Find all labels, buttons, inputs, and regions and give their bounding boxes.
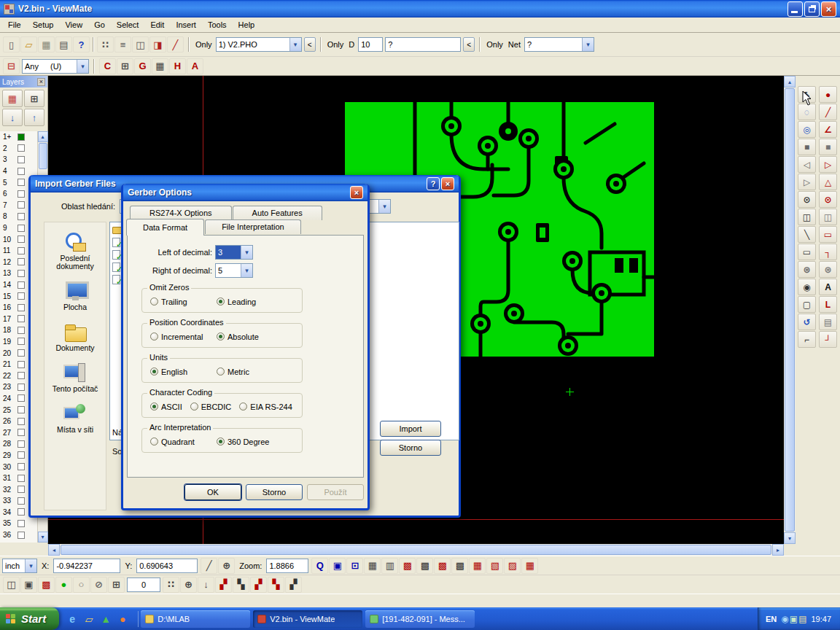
layer-color-swatch[interactable]	[18, 384, 25, 391]
show-desktop-button[interactable]: ▱	[82, 612, 96, 626]
layer-color-swatch[interactable]	[18, 429, 25, 436]
menu-item-tools[interactable]: Tools	[202, 18, 233, 31]
layer-color-swatch[interactable]	[18, 156, 25, 163]
place-desktop[interactable]: Plocha	[44, 280, 106, 311]
dropdown-arrow-icon[interactable]: ▾	[289, 38, 301, 51]
place-my-computer[interactable]: Tento počítač	[44, 362, 106, 393]
unit-select[interactable]: inch ▾	[2, 559, 37, 573]
layer-color-swatch[interactable]	[18, 270, 25, 277]
layer-color-swatch[interactable]	[18, 315, 25, 322]
draw-corner-button[interactable]: ┐	[819, 244, 837, 260]
text-tool-button[interactable]: A	[819, 279, 837, 295]
scroll-right-icon[interactable]: ▸	[772, 544, 784, 556]
slant-tool-button[interactable]: ╲	[798, 226, 816, 243]
layer-color-swatch[interactable]	[18, 281, 25, 289]
draw-arrow-button[interactable]: ▷	[819, 156, 837, 173]
layer-color-swatch[interactable]	[18, 327, 25, 334]
dropdown-arrow-icon[interactable]: ▾	[582, 38, 594, 51]
context-help-button[interactable]: ?	[73, 36, 90, 52]
layer-color-swatch[interactable]	[18, 179, 25, 186]
volume-tray-icon[interactable]: ▣	[790, 614, 798, 624]
antivirus-button[interactable]: ▲	[98, 612, 113, 626]
selection-grid-button[interactable]: ⊟	[3, 58, 20, 74]
probe-button[interactable]: ⊘	[90, 577, 107, 593]
taskbar-button-191-482-091-mess[interactable]: [191-482-091] - Mess...	[365, 610, 475, 628]
rotate-tool-button[interactable]: ↺	[798, 314, 816, 330]
corner-tool-button[interactable]: ⌐	[798, 331, 816, 348]
place-recent-documents[interactable]: Poslední dokumenty	[44, 231, 106, 271]
scroll-up-icon[interactable]: ▴	[38, 131, 48, 142]
layer-color-swatch[interactable]	[18, 451, 25, 459]
burst-tool-button[interactable]: ⊛	[798, 261, 816, 278]
pad-checker-4-button[interactable]: ▩	[451, 558, 468, 574]
grid-table-button[interactable]: ▦	[364, 558, 381, 574]
layer-color-swatch[interactable]	[18, 144, 25, 152]
menu-item-edit[interactable]: Edit	[144, 18, 170, 31]
radio-option-english[interactable]: English	[150, 368, 217, 376]
layer-color-swatch[interactable]	[18, 213, 25, 220]
scroll-left-icon[interactable]: ◂	[48, 544, 60, 556]
save-file-button[interactable]: ▦	[38, 36, 55, 52]
pad-checker-3-button[interactable]: ▩	[434, 558, 451, 574]
layer-color-swatch[interactable]	[18, 304, 25, 311]
layer-color-swatch[interactable]	[18, 394, 25, 402]
pad-pattern-2-button[interactable]: ▚	[233, 577, 249, 593]
layer-color-swatch[interactable]	[18, 520, 25, 527]
highlight-view-button[interactable]: ◨	[149, 36, 166, 52]
filled-square-tool-button[interactable]: ■	[798, 139, 816, 155]
cancel-button[interactable]: Storno	[380, 440, 441, 456]
left-of-decimal-select[interactable]: 3 ▾	[215, 245, 253, 260]
aperture-mode-button[interactable]: A	[187, 58, 203, 74]
scroll-down-icon[interactable]: ▾	[38, 532, 48, 542]
measure-button[interactable]: ╱	[167, 36, 184, 52]
tab-auto-features[interactable]: Auto Features	[233, 206, 322, 220]
zoom-extents-button[interactable]: ⊡	[346, 558, 363, 574]
new-file-button[interactable]: ▯	[3, 36, 20, 52]
led-indicator-button[interactable]: ●	[55, 577, 72, 593]
apply-button[interactable]: Použít	[307, 484, 364, 500]
menu-item-select[interactable]: Select	[111, 18, 145, 31]
menu-item-setup[interactable]: Setup	[27, 18, 60, 31]
pad-checker-2-button[interactable]: ▩	[416, 558, 433, 574]
l-shape-tool-button[interactable]: L	[819, 296, 837, 313]
move-layer-down-button[interactable]: ↓	[2, 109, 23, 126]
flash-right-button[interactable]: ▷	[798, 174, 816, 190]
layers-panel-header[interactable]: Layers ×	[0, 76, 47, 88]
radio-option-quadrant[interactable]: Quadrant	[150, 438, 217, 446]
gerber-mode-button[interactable]: G	[134, 58, 151, 74]
layer-color-swatch[interactable]	[18, 258, 25, 265]
keyboard-tray-icon[interactable]: ▤	[798, 614, 806, 624]
close-dialog-button[interactable]: ×	[350, 186, 363, 199]
dot-grid-button[interactable]: ∷	[163, 577, 179, 593]
pad-pattern-4-button[interactable]: ▚	[268, 577, 284, 593]
grid-mode-button[interactable]: ▦	[152, 58, 168, 74]
layer-color-swatch[interactable]	[18, 349, 25, 357]
restore-button[interactable]	[804, 1, 820, 17]
help-button[interactable]: ?	[427, 177, 440, 190]
previous-dcode-button[interactable]: <	[463, 37, 475, 52]
stack-layers-button[interactable]: ▣	[20, 577, 37, 593]
net-select[interactable]: ? ▾	[524, 37, 594, 52]
tab-rs274-x-options[interactable]: RS274-X Options	[130, 206, 232, 220]
taskbar-button-d-mlab[interactable]: D:\MLAB	[141, 610, 250, 628]
grid-detail-button[interactable]: ▥	[381, 558, 398, 574]
layer-color-swatch[interactable]	[18, 190, 25, 198]
scroll-thumb[interactable]	[785, 88, 795, 532]
dcode-filter-input[interactable]: ?	[385, 37, 461, 52]
title-bar[interactable]: V2.bin - ViewMate ×	[0, 0, 840, 18]
pad-pattern-3-button[interactable]: ▞	[250, 577, 267, 593]
draw-point-button[interactable]: ●	[819, 86, 837, 103]
cancel-button[interactable]: Storno	[246, 484, 303, 500]
layer-color-swatch[interactable]	[18, 463, 25, 470]
canvas-vertical-scrollbar[interactable]: ▴ ▾	[784, 76, 796, 544]
language-indicator[interactable]: EN	[766, 615, 777, 623]
dropdown-arrow-icon[interactable]: ▾	[378, 200, 390, 213]
minimize-button[interactable]	[788, 1, 803, 17]
layer-color-swatch[interactable]	[18, 497, 25, 505]
overlap-windows-button[interactable]: ◫	[3, 577, 20, 593]
draw-filled-square-button[interactable]: ■	[819, 139, 837, 155]
layer-color-swatch[interactable]	[18, 338, 25, 345]
ok-button[interactable]: OK	[184, 484, 241, 500]
print-button[interactable]: ▤	[55, 36, 72, 52]
canvas-horizontal-scrollbar[interactable]: ◂ ▸	[48, 544, 784, 556]
